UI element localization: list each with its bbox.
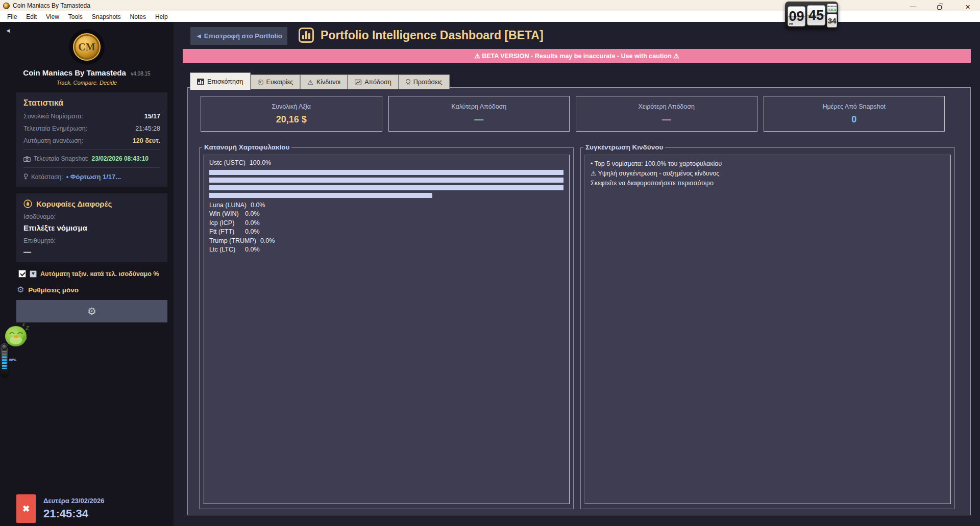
line-chart-icon: [355, 80, 361, 85]
clock-second-card: 34: [827, 14, 837, 28]
camera-icon: [23, 156, 31, 162]
lightbulb-icon: [406, 79, 410, 86]
flip-clock-widget[interactable]: 09 PM 45 MONDAY FEB 23 34: [785, 2, 838, 29]
autosort-checkbox[interactable]: [18, 270, 26, 278]
page-title: Portfolio Intelligence Dashboard [BETA]: [321, 29, 544, 42]
allocation-row: Trump (TRUMP) 0.0%: [209, 236, 564, 245]
window-title: Coin Maniacs By Tamasteda: [13, 2, 90, 9]
volume-slider-widget[interactable]: 66%: [1, 343, 8, 377]
allocation-bar: [209, 193, 432, 198]
menu-view[interactable]: View: [41, 13, 64, 20]
clock-second: 34: [828, 16, 837, 25]
bar-chart-icon: [197, 79, 204, 85]
app-logo: CM: [69, 29, 105, 65]
restore-icon: [937, 5, 942, 10]
stat-cards-row: Συνολική Αξία 20,16 $ Καλύτερη Απόδοση —…: [201, 96, 945, 132]
clock-hour: 09: [789, 9, 804, 24]
beta-warning-banner: ⚠ BETA VERSION - Results may be inaccura…: [183, 49, 971, 63]
equivalent-label: Ισοδύναμο:: [23, 213, 160, 220]
divider: [23, 167, 160, 168]
coin-logo-icon: CM: [73, 33, 101, 61]
card-worst-performance: Χειρότερη Απόδοση —: [576, 96, 757, 132]
card-days-since-snapshot: Ημέρες Από Snapshot 0: [764, 96, 945, 132]
back-to-portfolio-button[interactable]: ◄ Επιστροφή στο Portfolio: [190, 27, 287, 45]
tab-bar: Επισκόπηση Ευκαιρίες ⚠ Κίνδυνοι Απόδοση …: [190, 72, 450, 90]
allocation-list[interactable]: Ustc (USTC) 100.0% Luna (LUNA) 0.0% Win …: [203, 155, 570, 504]
autosort-option: Αυτόματη ταξιν. κατά τελ. ισοδύναμο %: [18, 270, 174, 278]
exit-button[interactable]: ✖: [16, 494, 36, 523]
risk-panel: Συγκέντρωση Κινδύνου • Top 5 νομίσματα: …: [580, 147, 955, 509]
allocation-row: Icp (ICP) 0.0%: [209, 218, 564, 228]
menu-edit[interactable]: Edit: [21, 13, 41, 20]
tab-risks[interactable]: ⚠ Κίνδυνοι: [300, 74, 348, 89]
clock-date: FEB 23: [827, 8, 837, 11]
app-tagline: Track. Compare. Decide: [0, 80, 174, 86]
risk-text-area[interactable]: • Top 5 νομίσματα: 100.0% του χαρτοφυλακ…: [584, 155, 951, 504]
gear-icon: ⚙: [17, 286, 24, 294]
sidebar-collapse-icon[interactable]: ◄: [5, 27, 11, 34]
allocation-panel: Κατανομή Χαρτοφυλακίου Ustc (USTC) 100.0…: [199, 147, 574, 509]
settings-only-row: ⚙ Ρυθμίσεις μόνο: [17, 286, 174, 294]
risk-line: Σκεφτείτε να διαφοροποιήσετε περισσότερο: [591, 179, 945, 188]
clock-ampm: PM: [789, 22, 793, 26]
top-differences-title: Κορυφαίες Διαφορές: [36, 199, 112, 208]
svg-text:z: z: [22, 322, 25, 327]
menu-snapshots[interactable]: Snapshots: [87, 13, 126, 20]
allocation-bar: [209, 170, 564, 175]
allocation-row: Win (WIN) 0.0%: [209, 210, 564, 219]
menu-file[interactable]: File: [3, 13, 21, 20]
warning-icon: ⚠: [307, 79, 313, 86]
tab-opportunities[interactable]: Ευκαιρίες: [251, 74, 301, 89]
statistics-panel: Στατιστικά Συνολικά Νομίσματα: 15/17 Τελ…: [16, 92, 167, 187]
svg-text:Z: Z: [25, 325, 30, 331]
stat-auto-refresh: Αυτόματη ανανέωση: 120 δευτ.: [23, 137, 160, 144]
close-icon: ×: [965, 3, 970, 11]
stat-status: Κατάσταση: • Φόρτωση 1/17...: [23, 173, 160, 181]
statistics-title: Στατιστικά: [23, 98, 160, 108]
clock-minute: 45: [808, 8, 824, 23]
restore-button[interactable]: [935, 2, 945, 12]
stat-total-coins: Συνολικά Νομίσματα: 15/17: [23, 113, 160, 120]
main-content: ◄ Επιστροφή στο Portfolio Portfolio Inte…: [174, 22, 980, 526]
divider: [23, 149, 160, 150]
desired-label: Επιθυμητό:: [23, 237, 160, 244]
card-total-value: Συνολική Αξία 20,16 $: [201, 96, 382, 132]
tab-performance[interactable]: Απόδοση: [348, 74, 399, 89]
tab-overview[interactable]: Επισκόπηση: [190, 72, 251, 90]
sidebar: ◄ CM Coin Maniacs By Tamasteda v4.08.15 …: [0, 22, 174, 526]
clock-date-card: MONDAY FEB 23: [827, 4, 837, 13]
risk-line: • Top 5 νομίσματα: 100.0% του χαρτοφυλακ…: [591, 159, 945, 169]
minimize-icon: [910, 7, 916, 7]
allocation-row: Ltc (LTC) 0.0%: [209, 245, 564, 255]
minimize-button[interactable]: [908, 2, 918, 12]
equivalent-value[interactable]: Επιλέξτε νόμισμα: [23, 223, 160, 232]
allocation-bar: [209, 178, 564, 183]
allocation-bar: [209, 185, 564, 190]
sleeping-bird-widget[interactable]: z Z: [3, 321, 31, 347]
card-best-performance: Καλύτερη Απόδοση —: [388, 96, 570, 132]
dropdown-mini-icon[interactable]: [30, 270, 37, 278]
top-differences-panel: Κορυφαίες Διαφορές Ισοδύναμο: Επιλέξτε ν…: [16, 193, 167, 262]
close-button[interactable]: ×: [963, 2, 973, 12]
risk-panel-title: Συγκέντρωση Κινδύνου: [583, 143, 665, 151]
allocation-panel-title: Κατανομή Χαρτοφυλακίου: [202, 143, 291, 151]
gear-icon: ⚙: [87, 306, 96, 317]
sidebar-footer: ✖ Δευτέρα 23/02/2026 21:45:34: [16, 494, 104, 523]
menu-tools[interactable]: Tools: [64, 13, 87, 20]
volume-level-bars: [2, 351, 7, 369]
clock-minute-card: 45: [807, 5, 825, 26]
tab-suggestions[interactable]: Προτάσεις: [399, 74, 450, 89]
status-bulb-icon: [23, 173, 28, 180]
footer-date: Δευτέρα 23/02/2026: [43, 497, 104, 505]
settings-button[interactable]: ⚙: [16, 300, 167, 322]
app-coin-icon: [3, 3, 10, 9]
volume-value: 66%: [9, 358, 16, 362]
allocation-row: Ftt (FTT) 0.0%: [209, 228, 564, 237]
app-name: Coin Maniacs By Tamasteda: [23, 68, 126, 77]
stat-last-update: Τελευταία Ενημέρωση: 21:45:28: [23, 125, 160, 132]
volume-knob[interactable]: [2, 344, 8, 350]
autosort-label: Αυτόματη ταξιν. κατά τελ. ισοδύναμο %: [40, 270, 159, 278]
overview-tab-page: Συνολική Αξία 20,16 $ Καλύτερη Απόδοση —…: [187, 87, 971, 515]
menu-help[interactable]: Help: [151, 13, 173, 20]
menu-notes[interactable]: Notes: [126, 13, 151, 20]
